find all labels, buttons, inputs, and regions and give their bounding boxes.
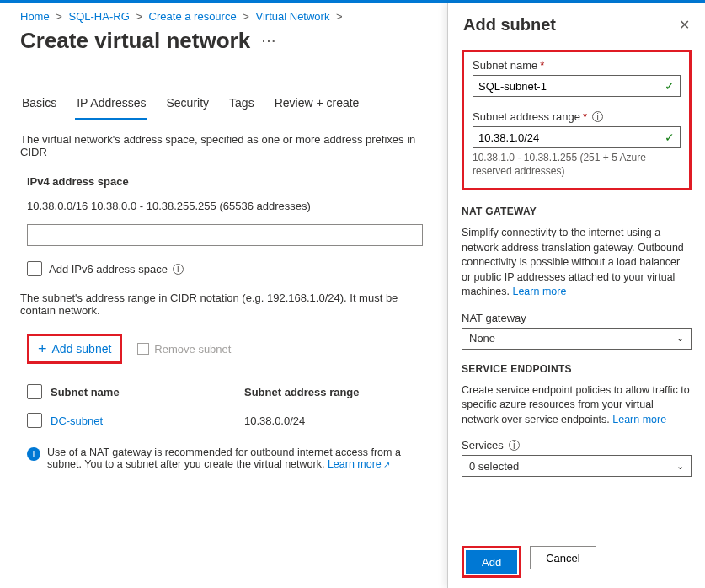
more-menu-icon[interactable]: ··· xyxy=(262,35,277,48)
tab-basics[interactable]: Basics xyxy=(20,91,58,120)
row-checkbox[interactable] xyxy=(27,413,42,428)
nat-note: Use of a NAT gateway is recommended for … xyxy=(47,446,425,470)
nat-gateway-select[interactable]: None ⌄ xyxy=(462,328,692,350)
ipv6-label: Add IPv6 address space xyxy=(49,263,168,275)
check-icon: ✓ xyxy=(665,131,675,144)
close-icon[interactable]: ✕ xyxy=(679,17,690,33)
subnet-table: Subnet name Subnet address range DC-subn… xyxy=(27,377,418,435)
cancel-button[interactable]: Cancel xyxy=(530,546,596,569)
breadcrumb-home[interactable]: Home xyxy=(20,10,50,23)
breadcrumb-rg[interactable]: SQL-HA-RG xyxy=(69,10,130,23)
learn-more-link[interactable]: Learn more xyxy=(512,286,566,297)
learn-more-link[interactable]: Learn more xyxy=(328,458,390,470)
subnet-range-cell: 10.38.0.0/24 xyxy=(244,414,413,427)
address-space-description: The virtual network's address space, spe… xyxy=(20,133,418,158)
breadcrumb-vnet[interactable]: Virtual Network xyxy=(256,10,330,23)
subnet-range-hint: 10.38.1.0 - 10.38.1.255 (251 + 5 Azure r… xyxy=(473,152,681,178)
trash-icon xyxy=(137,343,149,355)
ipv4-add-input[interactable] xyxy=(27,224,423,246)
check-icon: ✓ xyxy=(665,79,675,93)
tab-tags[interactable]: Tags xyxy=(227,91,256,120)
th-subnet-name: Subnet name xyxy=(51,386,244,398)
tab-security[interactable]: Security xyxy=(164,91,211,120)
chevron-down-icon: ⌄ xyxy=(676,461,684,472)
info-bubble-icon: i xyxy=(27,447,40,461)
subnet-description: The subnet's address range in CIDR notat… xyxy=(20,291,418,317)
subnet-range-input[interactable] xyxy=(478,131,665,144)
service-endpoints-desc: Create service endpoint policies to allo… xyxy=(462,383,692,428)
nat-gateway-heading: NAT GATEWAY xyxy=(462,206,692,217)
remove-subnet-button[interactable]: Remove subnet xyxy=(137,343,231,355)
add-subnet-panel: Add subnet ✕ Subnet name* ✓ Subnet addre… xyxy=(447,3,705,588)
ipv4-heading: IPv4 address space xyxy=(20,170,418,195)
info-icon[interactable]: i xyxy=(592,111,603,122)
add-button[interactable]: Add xyxy=(466,550,517,574)
subnet-name-input[interactable] xyxy=(478,80,665,93)
ipv4-address-row: 10.38.0.0/16 10.38.0.0 - 10.38.255.255 (… xyxy=(20,195,418,217)
add-subnet-button[interactable]: + Add subnet xyxy=(33,338,116,360)
tab-review-create[interactable]: Review + create xyxy=(273,91,361,120)
learn-more-link[interactable]: Learn more xyxy=(612,414,666,425)
services-label: Services i xyxy=(462,439,692,452)
nat-gateway-desc: Simplify connectivity to the internet us… xyxy=(462,226,692,300)
chevron-down-icon: ⌄ xyxy=(676,333,684,344)
nat-gateway-field-label: NAT gateway xyxy=(462,312,692,324)
subnet-range-label: Subnet address range* i xyxy=(473,110,681,123)
breadcrumb-create-resource[interactable]: Create a resource xyxy=(149,10,237,23)
ipv6-checkbox[interactable] xyxy=(27,261,42,276)
info-icon[interactable]: i xyxy=(173,264,184,275)
services-select[interactable]: 0 selected ⌄ xyxy=(462,455,692,477)
tab-ip-addresses[interactable]: IP Addresses xyxy=(75,91,147,120)
th-subnet-range: Subnet address range xyxy=(244,386,413,398)
panel-title: Add subnet xyxy=(463,15,556,35)
plus-icon: + xyxy=(38,341,47,356)
select-all-checkbox[interactable] xyxy=(27,384,42,399)
table-row: DC-subnet 10.38.0.0/24 xyxy=(27,406,418,435)
subnet-link[interactable]: DC-subnet xyxy=(51,414,103,427)
subnet-name-label: Subnet name* xyxy=(473,59,681,72)
info-icon[interactable]: i xyxy=(509,440,520,451)
service-endpoints-heading: SERVICE ENDPOINTS xyxy=(462,363,692,375)
